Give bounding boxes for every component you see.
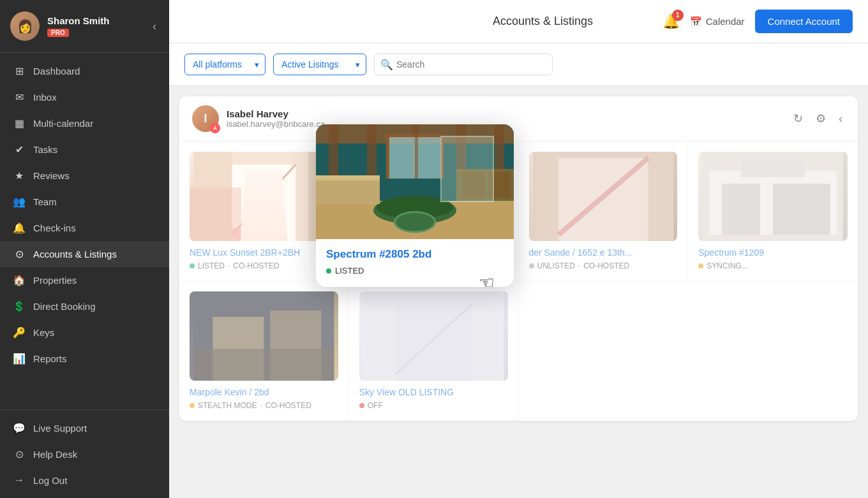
user-avatar: 👩	[10, 11, 40, 41]
svg-rect-39	[488, 172, 511, 198]
sidebar-item-team[interactable]: 👥 Team	[0, 189, 169, 215]
status-label: OFF	[368, 401, 383, 410]
team-icon: 👥	[13, 196, 26, 208]
collapse-button[interactable]: ‹	[836, 110, 845, 128]
svg-rect-18	[193, 349, 334, 381]
sidebar-item-help-desk[interactable]: ⊙ Help Desk	[0, 441, 169, 467]
svg-rect-13	[773, 184, 830, 235]
svg-rect-28	[495, 124, 504, 175]
platform-filter[interactable]: All platforms Airbnb Vrbo Booking.com	[184, 54, 266, 75]
listing-status: SYNCING...	[698, 261, 848, 270]
status-filter[interactable]: Active Lisitngs All Listings Inactive Li…	[273, 54, 366, 75]
calendar-label: Calendar	[706, 16, 745, 27]
svg-rect-14	[741, 158, 805, 177]
listing-image	[529, 152, 678, 241]
listing-image-svg	[190, 291, 338, 381]
accounts-icon: ⊙	[13, 248, 26, 260]
listings-grid: NEW Lux Sunset 2BR+2BH LISTED · CO-HOSTE…	[179, 142, 858, 421]
notification-badge: 1	[672, 10, 684, 21]
sidebar-item-label: Help Desk	[33, 449, 77, 460]
svg-rect-33	[415, 134, 418, 179]
separator: ·	[260, 401, 262, 410]
status-label: STEALTH MODE	[198, 401, 257, 410]
listing-image-svg	[698, 152, 848, 241]
listing-title: Spectrum #1209	[698, 247, 848, 258]
sidebar-item-multi-calendar[interactable]: ▦ Multi-calendar	[0, 110, 169, 136]
listing-card[interactable]: Spectrum #1209 SYNCING...	[688, 142, 858, 281]
bathroom-svg	[316, 124, 514, 239]
popup-image	[316, 124, 514, 239]
avatar-image: 👩	[10, 11, 40, 41]
sidebar-item-log-out[interactable]: → Log Out	[0, 467, 169, 493]
popup-info: Spectrum #2805 2bd LISTED	[316, 239, 514, 287]
pro-badge: PRO	[47, 29, 69, 37]
page-title: Accounts & Listings	[423, 15, 662, 28]
sidebar-item-label: Check-ins	[33, 223, 76, 233]
direct-booking-icon: 💲	[13, 300, 26, 312]
listing-card[interactable]: Sky View OLD LISTING OFF	[349, 281, 519, 421]
filterbar: All platforms Airbnb Vrbo Booking.com Ac…	[169, 43, 868, 86]
listing-card[interactable]: Marpole Kevin / 2bd STEALTH MODE · CO-HO…	[179, 281, 349, 421]
settings-button[interactable]: ⚙	[813, 109, 828, 128]
status-dot	[529, 263, 534, 268]
co-hosted-label: CO-HOSTED	[583, 261, 629, 270]
status-dot	[190, 403, 195, 408]
sidebar-item-dashboard[interactable]: ⊞ Dashboard	[0, 58, 169, 84]
sidebar-item-direct-booking[interactable]: 💲 Direct Booking	[0, 293, 169, 319]
listing-title: Marpole Kevin / 2bd	[190, 387, 338, 397]
sidebar-item-inbox[interactable]: ✉ Inbox	[0, 84, 169, 110]
account-header: I A Isabel Harvey isabel.harvey@bnbcare.…	[179, 96, 858, 142]
status-label: UNLISTED	[537, 261, 575, 270]
connect-account-button[interactable]: Connect Account	[755, 10, 853, 33]
svg-rect-9	[533, 152, 673, 241]
status-dot	[698, 263, 703, 268]
calendar-button[interactable]: 📅 Calendar	[690, 16, 745, 27]
svg-rect-32	[440, 134, 444, 179]
popup-status: LISTED	[326, 266, 504, 275]
refresh-button[interactable]: ↻	[791, 109, 805, 128]
topbar: Accounts & Listings 🔔 1 📅 Calendar Conne…	[169, 0, 868, 43]
sidebar-item-reviews[interactable]: ★ Reviews	[0, 163, 169, 189]
sidebar-item-label: Direct Booking	[33, 301, 96, 312]
listing-card[interactable]: der Sande / 1652 e 13th... UNLISTED · CO…	[519, 142, 689, 281]
sidebar-collapse-button[interactable]: ‹	[150, 17, 159, 36]
log-out-icon: →	[13, 474, 26, 486]
checkins-icon: 🔔	[13, 222, 26, 234]
status-dot	[190, 263, 195, 268]
dashboard-icon: ⊞	[13, 65, 26, 77]
account-avatar: I A	[192, 105, 219, 132]
status-filter-wrap: Active Lisitngs All Listings Inactive Li…	[273, 54, 366, 75]
user-name: Sharon Smith	[47, 15, 142, 26]
sidebar-item-accounts-listings[interactable]: ⊙ Accounts & Listings	[0, 241, 169, 267]
co-hosted-label: CO-HOSTED	[233, 261, 279, 270]
account-header-actions: ↻ ⚙ ‹	[791, 109, 845, 128]
sidebar-item-tasks[interactable]: ✔ Tasks	[0, 136, 169, 163]
sidebar-item-properties[interactable]: 🏠 Properties	[0, 267, 169, 293]
notification-bell[interactable]: 🔔 1	[662, 13, 680, 30]
listing-image	[698, 152, 848, 241]
co-hosted-label: CO-HOSTED	[266, 401, 311, 410]
svg-rect-25	[367, 124, 377, 182]
tasks-icon: ✔	[13, 143, 26, 156]
sidebar-item-keys[interactable]: 🔑 Keys	[0, 319, 169, 346]
listing-status: STEALTH MODE · CO-HOSTED	[190, 401, 338, 410]
sidebar-item-reports[interactable]: 📊 Reports	[0, 346, 169, 372]
svg-rect-27	[456, 124, 466, 172]
separator: ·	[578, 261, 580, 270]
sidebar-header: 👩 Sharon Smith PRO ‹	[0, 0, 169, 53]
svg-point-36	[377, 196, 453, 219]
platform-filter-wrap: All platforms Airbnb Vrbo Booking.com	[184, 54, 266, 75]
popup-card[interactable]: Spectrum #2805 2bd LISTED ☞	[316, 124, 514, 287]
sidebar: 👩 Sharon Smith PRO ‹ ⊞ Dashboard ✉ Inbox…	[0, 0, 169, 498]
sidebar-item-label: Accounts & Listings	[33, 249, 117, 260]
search-input[interactable]	[374, 54, 553, 75]
sidebar-item-label: Multi-calendar	[33, 118, 93, 129]
reports-icon: 📊	[13, 353, 26, 365]
calendar-icon: ▦	[13, 117, 26, 129]
sidebar-item-check-ins[interactable]: 🔔 Check-ins	[0, 215, 169, 241]
user-info: Sharon Smith PRO	[47, 15, 142, 38]
sidebar-item-label: Inbox	[33, 92, 57, 103]
status-label: LISTED	[198, 261, 225, 270]
sidebar-item-live-support[interactable]: 💬 Live Support	[0, 415, 169, 441]
svg-rect-5	[232, 228, 244, 241]
